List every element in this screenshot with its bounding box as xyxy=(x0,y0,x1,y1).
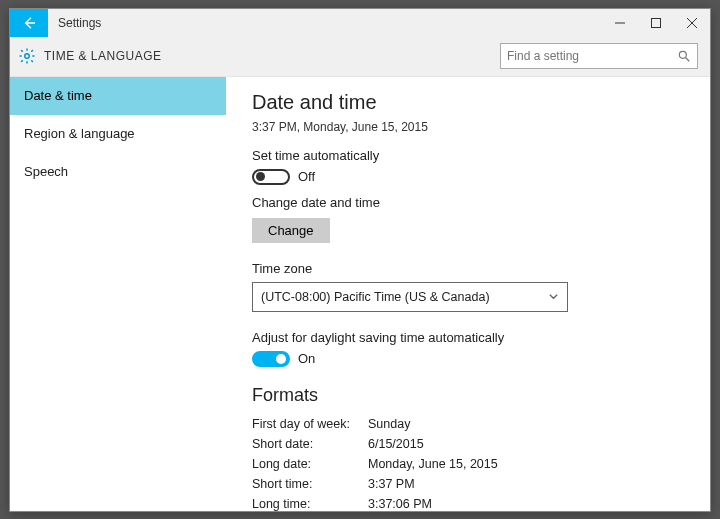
back-button[interactable] xyxy=(10,9,48,37)
format-value: 6/15/2015 xyxy=(368,434,498,454)
table-row: Long time:3:37:06 PM xyxy=(252,494,498,511)
sidebar-item-label: Region & language xyxy=(24,126,135,141)
format-value: Monday, June 15, 2015 xyxy=(368,454,498,474)
gear-icon xyxy=(18,47,36,65)
header-title: TIME & LANGUAGE xyxy=(44,49,162,63)
sidebar-item-date-time[interactable]: Date & time xyxy=(10,77,226,115)
header: TIME & LANGUAGE xyxy=(10,37,710,77)
page-title: Date and time xyxy=(252,91,692,114)
format-key: Long date: xyxy=(252,454,368,474)
current-datetime: 3:37 PM, Monday, June 15, 2015 xyxy=(252,120,692,134)
format-key: Short date: xyxy=(252,434,368,454)
svg-line-6 xyxy=(686,58,690,62)
search-icon xyxy=(677,49,691,63)
sidebar-item-label: Speech xyxy=(24,164,68,179)
back-arrow-icon xyxy=(21,15,37,31)
table-row: Short date:6/15/2015 xyxy=(252,434,498,454)
formats-heading: Formats xyxy=(252,385,692,406)
format-value: 3:37 PM xyxy=(368,474,498,494)
close-button[interactable] xyxy=(674,9,710,37)
table-row: Long date:Monday, June 15, 2015 xyxy=(252,454,498,474)
svg-rect-1 xyxy=(652,18,661,27)
timezone-value: (UTC-08:00) Pacific Time (US & Canada) xyxy=(261,290,490,304)
format-key: Long time: xyxy=(252,494,368,511)
close-icon xyxy=(687,18,697,28)
auto-time-label: Set time automatically xyxy=(252,148,692,163)
formats-table: First day of week:Sunday Short date:6/15… xyxy=(252,414,498,511)
search-input[interactable] xyxy=(507,49,677,63)
settings-window: Settings TIME & LANGUAGE Date & time xyxy=(9,8,711,512)
auto-time-toggle[interactable]: Off xyxy=(252,169,692,185)
sidebar-item-speech[interactable]: Speech xyxy=(10,153,226,191)
maximize-icon xyxy=(651,18,661,28)
format-value: 3:37:06 PM xyxy=(368,494,498,511)
svg-point-4 xyxy=(25,54,30,59)
format-key: Short time: xyxy=(252,474,368,494)
dst-toggle[interactable]: On xyxy=(252,351,692,367)
minimize-icon xyxy=(615,18,625,28)
titlebar: Settings xyxy=(10,9,710,37)
table-row: First day of week:Sunday xyxy=(252,414,498,434)
window-title: Settings xyxy=(48,9,111,37)
change-button[interactable]: Change xyxy=(252,218,330,243)
minimize-button[interactable] xyxy=(602,9,638,37)
sidebar-item-region-language[interactable]: Region & language xyxy=(10,115,226,153)
chevron-down-icon xyxy=(548,291,559,302)
maximize-button[interactable] xyxy=(638,9,674,37)
timezone-label: Time zone xyxy=(252,261,692,276)
table-row: Short time:3:37 PM xyxy=(252,474,498,494)
content: Date and time 3:37 PM, Monday, June 15, … xyxy=(226,77,710,511)
sidebar: Date & time Region & language Speech xyxy=(10,77,226,511)
timezone-dropdown[interactable]: (UTC-08:00) Pacific Time (US & Canada) xyxy=(252,282,568,312)
toggle-state: Off xyxy=(298,169,315,184)
toggle-switch-on[interactable] xyxy=(252,351,290,367)
toggle-switch-off[interactable] xyxy=(252,169,290,185)
dst-label: Adjust for daylight saving time automati… xyxy=(252,330,692,345)
change-datetime-label: Change date and time xyxy=(252,195,692,210)
format-value: Sunday xyxy=(368,414,498,434)
search-box[interactable] xyxy=(500,43,698,69)
sidebar-item-label: Date & time xyxy=(24,88,92,103)
toggle-state: On xyxy=(298,351,315,366)
svg-point-5 xyxy=(679,51,686,58)
format-key: First day of week: xyxy=(252,414,368,434)
body: Date & time Region & language Speech Dat… xyxy=(10,77,710,511)
